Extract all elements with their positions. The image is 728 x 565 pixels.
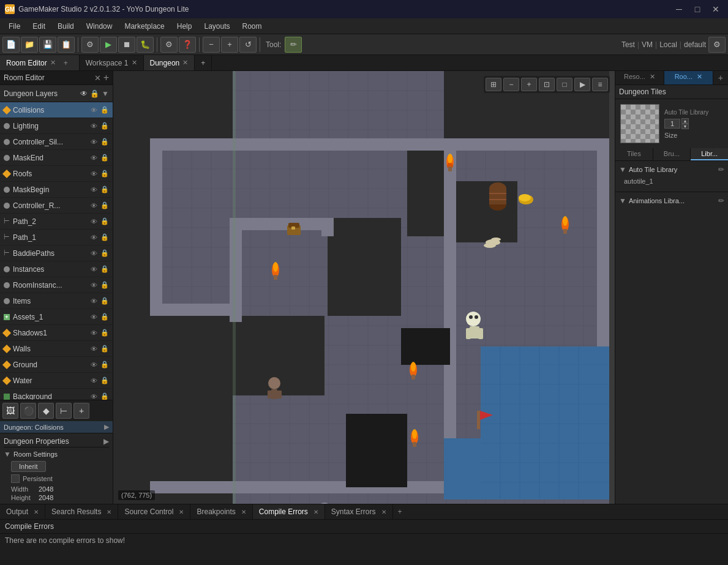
toolbar-tool-pencil[interactable]: ✏ [285, 37, 302, 53]
tab-room-editor-add[interactable]: + [59, 59, 73, 67]
size-up-arrow[interactable]: ▲ [681, 118, 689, 124]
path1-lock[interactable]: 🔒 [100, 233, 109, 241]
items-lock[interactable]: 🔒 [100, 297, 109, 305]
layer-dropdown-chevron[interactable]: ▼ [102, 89, 109, 98]
menu-file[interactable]: File [2, 20, 26, 32]
tile-preview-box[interactable] [620, 104, 659, 143]
rp-tab-room[interactable]: Roo... ✕ [664, 71, 713, 84]
dungeon-canvas[interactable] [113, 71, 615, 504]
layer-item-maskbegin[interactable]: MaskBegin 👁 🔒 [0, 182, 113, 198]
layer-item-walls[interactable]: Walls 👁 🔒 [0, 341, 113, 357]
sub-tab-brush[interactable]: Bru... [653, 148, 691, 160]
menu-window[interactable]: Window [80, 20, 119, 32]
rp-tab-resources-close[interactable]: ✕ [650, 73, 655, 80]
path1-eye[interactable]: 👁 [91, 234, 97, 241]
toolbar-local-label[interactable]: Local [659, 40, 677, 49]
tab-dungeon[interactable]: Dungeon ✕ [144, 55, 195, 70]
roominstances-eye[interactable]: 👁 [91, 282, 97, 289]
lighting-lock[interactable]: 🔒 [100, 122, 109, 130]
layer-item-collisions[interactable]: Collisions 👁 🔒 [0, 102, 113, 118]
canvas-zoom-fit[interactable]: ⊡ [539, 78, 555, 91]
menu-edit[interactable]: Edit [26, 20, 51, 32]
bot-tab-compile-close[interactable]: ✕ [313, 509, 318, 515]
canvas-zoom-out[interactable]: − [503, 78, 519, 91]
canvas-grid-btn[interactable]: ⊞ [486, 78, 501, 91]
controller-sil-eye[interactable]: 👁 [91, 138, 97, 146]
maskend-lock[interactable]: 🔒 [100, 154, 109, 162]
layer-item-ground[interactable]: Ground 👁 🔒 [0, 357, 113, 373]
bot-tab-syntax[interactable]: Syntax Errors ✕ [325, 504, 393, 519]
path2-eye[interactable]: 👁 [91, 218, 97, 225]
tab-dungeon-close[interactable]: ✕ [182, 59, 188, 67]
active-layer-indicator[interactable]: Dungeon: Collisions ▶ [0, 421, 113, 433]
persistent-checkbox[interactable] [11, 474, 20, 483]
bot-tab-syntax-close[interactable]: ✕ [381, 509, 386, 515]
instances-eye[interactable]: 👁 [91, 266, 97, 273]
ground-lock[interactable]: 🔒 [100, 361, 109, 369]
rp-tab-resources[interactable]: Reso... ✕ [615, 71, 664, 84]
anim-collapse-arrow[interactable]: ▼ [619, 196, 626, 205]
layer-item-items[interactable]: Items 👁 🔒 [0, 293, 113, 309]
autotile-item-1[interactable]: autotile_1 [619, 176, 724, 187]
maskbegin-eye[interactable]: 👁 [91, 186, 97, 193]
toolbar-new[interactable]: 📄 [2, 37, 20, 53]
layer-item-path2[interactable]: ⊢ Path_2 👁 🔒 [0, 214, 113, 230]
autotile-collapse-arrow[interactable]: ▼ [619, 165, 626, 174]
collisions-lock[interactable]: 🔒 [100, 106, 109, 114]
walls-lock[interactable]: 🔒 [100, 345, 109, 353]
controller-sil-lock[interactable]: 🔒 [100, 138, 109, 146]
sub-tab-tiles[interactable]: Tiles [615, 148, 653, 160]
toolbar-zoom-in[interactable]: + [221, 37, 238, 53]
canvas-layers-btn[interactable]: ≡ [592, 78, 608, 91]
shadows1-lock[interactable]: 🔒 [100, 329, 109, 337]
background-lock[interactable]: 🔒 [100, 392, 109, 400]
toolbar-save[interactable]: 💾 [39, 37, 56, 53]
menu-layouts[interactable]: Layouts [198, 20, 236, 32]
bot-tab-search-close[interactable]: ✕ [107, 509, 111, 515]
sub-tab-library[interactable]: Libr... [691, 148, 728, 160]
anim-edit-icon[interactable]: ✏ [718, 196, 724, 205]
layer-item-water[interactable]: Water 👁 🔒 [0, 373, 113, 389]
tab-room-editor-close[interactable]: ✕ [50, 59, 56, 67]
layer-item-shadows1[interactable]: Shadows1 👁 🔒 [0, 325, 113, 341]
collisions-eye[interactable]: 👁 [91, 107, 97, 114]
toolbar-save-all[interactable]: 📋 [58, 37, 75, 53]
menu-room[interactable]: Room [236, 20, 268, 32]
lighting-eye[interactable]: 👁 [91, 122, 97, 130]
dungeon-props-arrow[interactable]: ▶ [103, 437, 109, 446]
canvas-zoom-in[interactable]: + [521, 78, 537, 91]
layer-item-controller-sil[interactable]: Controller_Sil... 👁 🔒 [0, 134, 113, 150]
controller-r-eye[interactable]: 👁 [91, 202, 97, 209]
layer-item-roominstances[interactable]: RoomInstanc... 👁 🔒 [0, 277, 113, 293]
toolbar-vm-label[interactable]: VM [642, 40, 653, 49]
inherit-button[interactable]: Inherit [11, 461, 46, 472]
layer-item-instances[interactable]: Instances 👁 🔒 [0, 261, 113, 277]
water-lock[interactable]: 🔒 [100, 376, 109, 384]
close-button[interactable]: ✕ [708, 3, 723, 15]
toolbar-settings[interactable]: ⚙ [708, 37, 726, 53]
background-eye[interactable]: 👁 [91, 393, 97, 400]
layer-item-roofs[interactable]: Roofs 👁 🔒 [0, 166, 113, 182]
shadows1-eye[interactable]: 👁 [91, 329, 97, 337]
tab-add[interactable]: + [195, 55, 212, 70]
layer-item-path1[interactable]: ⊢ Path_1 👁 🔒 [0, 230, 113, 245]
roofs-eye[interactable]: 👁 [91, 170, 97, 178]
toolbar-run[interactable]: ▶ [100, 37, 117, 53]
global-eye-icon[interactable]: 👁 [80, 89, 88, 98]
toolbar-zoom-reset[interactable]: ↺ [239, 37, 257, 53]
toolbar-help[interactable]: ❓ [179, 37, 196, 53]
global-lock-icon[interactable]: 🔒 [90, 89, 99, 98]
rp-tab-add[interactable]: + [713, 71, 728, 84]
add-sprite-layer-btn[interactable]: 🖼 [2, 403, 18, 419]
toolbar-stop[interactable]: ⏹ [118, 37, 135, 53]
add-instance-layer-btn[interactable]: ⚫ [20, 403, 36, 419]
menu-help[interactable]: Help [171, 20, 198, 32]
rp-tab-room-close[interactable]: ✕ [697, 73, 702, 80]
controller-r-lock[interactable]: 🔒 [100, 201, 109, 209]
layer-item-background[interactable]: Background 👁 🔒 [0, 389, 113, 400]
path2-lock[interactable]: 🔒 [100, 217, 109, 225]
layer-item-assets1[interactable]: + Assets_1 👁 🔒 [0, 309, 113, 325]
left-panel-close[interactable]: ✕ [94, 73, 101, 83]
bot-tab-source[interactable]: Source Control ✕ [118, 504, 190, 519]
canvas-play-btn[interactable]: ▶ [574, 78, 590, 91]
